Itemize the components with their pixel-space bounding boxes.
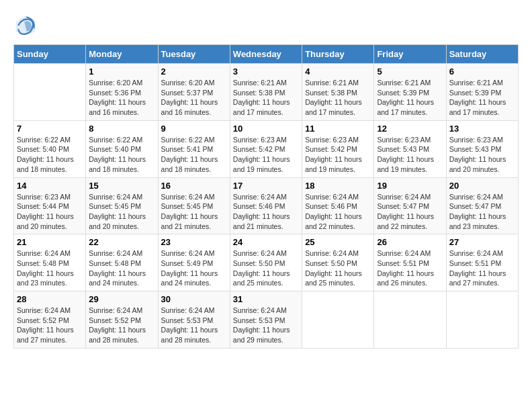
calendar-cell: 13Sunrise: 6:23 AMSunset: 5:43 PMDayligh… [446,120,518,177]
day-number: 4 [305,66,371,77]
day-info: Sunrise: 6:24 AMSunset: 5:48 PMDaylight:… [89,248,154,288]
day-number: 15 [89,181,154,191]
day-number: 11 [305,124,371,134]
calendar-cell: 3Sunrise: 6:21 AMSunset: 5:38 PMDaylight… [230,64,302,121]
day-number: 10 [233,124,299,134]
calendar-cell: 21Sunrise: 6:24 AMSunset: 5:48 PMDayligh… [14,234,86,291]
calendar-cell: 25Sunrise: 6:24 AMSunset: 5:50 PMDayligh… [302,234,374,291]
day-info: Sunrise: 6:24 AMSunset: 5:53 PMDaylight:… [161,306,227,345]
calendar-cell [446,291,518,349]
day-info: Sunrise: 6:22 AMSunset: 5:40 PMDaylight:… [89,135,154,175]
day-number: 20 [449,181,515,191]
calendar-cell [14,64,86,121]
calendar-cell: 27Sunrise: 6:24 AMSunset: 5:51 PMDayligh… [446,234,518,291]
day-info: Sunrise: 6:24 AMSunset: 5:50 PMDaylight:… [233,248,299,288]
column-header-monday: Monday [86,45,158,64]
day-number: 30 [161,294,227,304]
day-info: Sunrise: 6:21 AMSunset: 5:39 PMDaylight:… [377,78,443,118]
day-info: Sunrise: 6:24 AMSunset: 5:46 PMDaylight:… [305,192,371,232]
calendar-cell: 18Sunrise: 6:24 AMSunset: 5:46 PMDayligh… [302,177,374,234]
calendar-cell: 29Sunrise: 6:24 AMSunset: 5:52 PMDayligh… [86,291,158,349]
page-header [13,13,519,38]
calendar-cell: 31Sunrise: 6:24 AMSunset: 5:53 PMDayligh… [230,291,302,349]
calendar-cell: 23Sunrise: 6:24 AMSunset: 5:49 PMDayligh… [158,234,230,291]
calendar-cell: 26Sunrise: 6:24 AMSunset: 5:51 PMDayligh… [374,234,446,291]
calendar-cell: 7Sunrise: 6:22 AMSunset: 5:40 PMDaylight… [14,120,86,177]
day-info: Sunrise: 6:20 AMSunset: 5:36 PMDaylight:… [89,78,154,118]
day-info: Sunrise: 6:24 AMSunset: 5:49 PMDaylight:… [161,248,227,288]
day-number: 1 [89,66,154,77]
calendar-cell: 14Sunrise: 6:23 AMSunset: 5:44 PMDayligh… [14,177,86,234]
day-info: Sunrise: 6:24 AMSunset: 5:52 PMDaylight:… [89,306,154,345]
calendar-week-row: 1Sunrise: 6:20 AMSunset: 5:36 PMDaylight… [14,64,519,121]
day-info: Sunrise: 6:24 AMSunset: 5:53 PMDaylight:… [233,306,299,345]
calendar-cell: 19Sunrise: 6:24 AMSunset: 5:47 PMDayligh… [374,177,446,234]
day-number: 19 [377,181,443,191]
calendar-cell: 11Sunrise: 6:23 AMSunset: 5:42 PMDayligh… [302,120,374,177]
day-info: Sunrise: 6:24 AMSunset: 5:47 PMDaylight:… [449,192,515,232]
column-header-thursday: Thursday [302,45,374,64]
day-number: 2 [161,66,227,77]
day-number: 6 [449,66,515,77]
calendar-cell: 2Sunrise: 6:20 AMSunset: 5:37 PMDaylight… [158,64,230,121]
calendar-week-row: 7Sunrise: 6:22 AMSunset: 5:40 PMDaylight… [14,120,519,177]
calendar-cell: 5Sunrise: 6:21 AMSunset: 5:39 PMDaylight… [374,64,446,121]
calendar-cell: 12Sunrise: 6:23 AMSunset: 5:43 PMDayligh… [374,120,446,177]
day-number: 13 [449,124,515,134]
calendar-week-row: 21Sunrise: 6:24 AMSunset: 5:48 PMDayligh… [14,234,519,291]
day-number: 12 [377,124,443,134]
day-number: 21 [17,237,83,247]
day-number: 25 [305,237,371,247]
day-number: 3 [233,66,299,77]
calendar-week-row: 14Sunrise: 6:23 AMSunset: 5:44 PMDayligh… [14,177,519,234]
calendar-cell [302,291,374,349]
day-info: Sunrise: 6:24 AMSunset: 5:45 PMDaylight:… [161,192,227,232]
day-number: 23 [161,237,227,247]
day-number: 24 [233,237,299,247]
column-header-saturday: Saturday [446,45,518,64]
calendar-cell: 17Sunrise: 6:24 AMSunset: 5:46 PMDayligh… [230,177,302,234]
calendar-cell: 8Sunrise: 6:22 AMSunset: 5:40 PMDaylight… [86,120,158,177]
day-number: 28 [17,294,83,304]
column-header-friday: Friday [374,45,446,64]
day-info: Sunrise: 6:24 AMSunset: 5:51 PMDaylight:… [449,248,515,288]
calendar-cell: 16Sunrise: 6:24 AMSunset: 5:45 PMDayligh… [158,177,230,234]
day-info: Sunrise: 6:20 AMSunset: 5:37 PMDaylight:… [161,78,227,118]
day-number: 22 [89,237,154,247]
day-info: Sunrise: 6:24 AMSunset: 5:48 PMDaylight:… [17,248,83,288]
logo-icon [13,13,38,38]
day-info: Sunrise: 6:24 AMSunset: 5:52 PMDaylight:… [17,306,83,345]
calendar-cell: 20Sunrise: 6:24 AMSunset: 5:47 PMDayligh… [446,177,518,234]
day-number: 29 [89,294,154,304]
column-header-tuesday: Tuesday [158,45,230,64]
calendar-week-row: 28Sunrise: 6:24 AMSunset: 5:52 PMDayligh… [14,291,519,349]
day-info: Sunrise: 6:24 AMSunset: 5:46 PMDaylight:… [233,192,299,232]
day-info: Sunrise: 6:23 AMSunset: 5:42 PMDaylight:… [305,135,371,175]
day-number: 8 [89,124,154,134]
calendar-cell: 10Sunrise: 6:23 AMSunset: 5:42 PMDayligh… [230,120,302,177]
day-number: 27 [449,237,515,247]
day-number: 9 [161,124,227,134]
calendar-cell: 15Sunrise: 6:24 AMSunset: 5:45 PMDayligh… [86,177,158,234]
calendar-header-row: SundayMondayTuesdayWednesdayThursdayFrid… [14,45,519,64]
day-info: Sunrise: 6:21 AMSunset: 5:38 PMDaylight:… [233,78,299,118]
logo [13,13,42,38]
day-number: 16 [161,181,227,191]
calendar-cell: 22Sunrise: 6:24 AMSunset: 5:48 PMDayligh… [86,234,158,291]
calendar-table: SundayMondayTuesdayWednesdayThursdayFrid… [13,44,519,349]
day-info: Sunrise: 6:22 AMSunset: 5:41 PMDaylight:… [161,135,227,175]
day-number: 18 [305,181,371,191]
day-number: 5 [377,66,443,77]
day-info: Sunrise: 6:21 AMSunset: 5:38 PMDaylight:… [305,78,371,118]
calendar-cell: 9Sunrise: 6:22 AMSunset: 5:41 PMDaylight… [158,120,230,177]
day-number: 26 [377,237,443,247]
calendar-cell: 6Sunrise: 6:21 AMSunset: 5:39 PMDaylight… [446,64,518,121]
calendar-cell: 4Sunrise: 6:21 AMSunset: 5:38 PMDaylight… [302,64,374,121]
calendar-cell: 30Sunrise: 6:24 AMSunset: 5:53 PMDayligh… [158,291,230,349]
day-number: 14 [17,181,83,191]
day-info: Sunrise: 6:24 AMSunset: 5:50 PMDaylight:… [305,248,371,288]
day-info: Sunrise: 6:23 AMSunset: 5:44 PMDaylight:… [17,192,83,232]
calendar-cell: 24Sunrise: 6:24 AMSunset: 5:50 PMDayligh… [230,234,302,291]
day-number: 31 [233,294,299,304]
day-info: Sunrise: 6:23 AMSunset: 5:42 PMDaylight:… [233,135,299,175]
